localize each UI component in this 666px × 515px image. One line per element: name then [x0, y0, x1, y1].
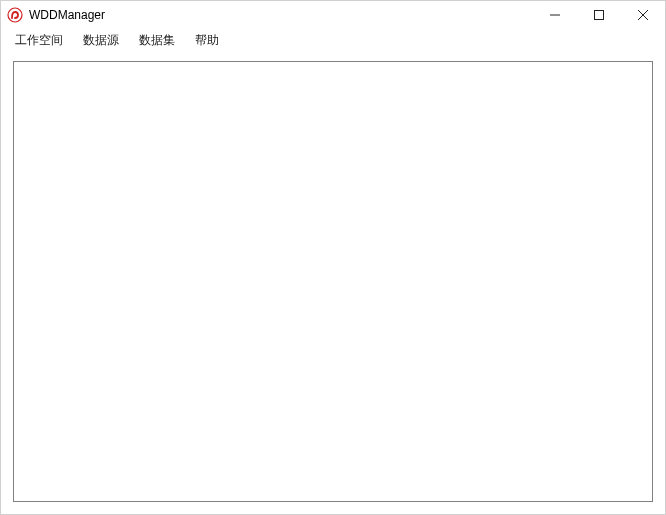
maximize-button[interactable] — [577, 1, 621, 29]
window-title: WDDManager — [29, 8, 533, 22]
content-panel — [13, 61, 653, 502]
menubar: 工作空间 数据源 数据集 帮助 — [1, 29, 665, 51]
menu-dataset[interactable]: 数据集 — [129, 30, 185, 51]
svg-rect-2 — [595, 11, 604, 20]
menu-help[interactable]: 帮助 — [185, 30, 229, 51]
app-icon — [7, 7, 23, 23]
app-window: WDDManager 工作空间 数据源 数据集 帮助 — [0, 0, 666, 515]
titlebar: WDDManager — [1, 1, 665, 29]
window-controls — [533, 1, 665, 29]
svg-point-0 — [8, 8, 22, 22]
minimize-button[interactable] — [533, 1, 577, 29]
content-area — [1, 51, 665, 514]
close-button[interactable] — [621, 1, 665, 29]
menu-datasource[interactable]: 数据源 — [73, 30, 129, 51]
menu-workspace[interactable]: 工作空间 — [5, 30, 73, 51]
